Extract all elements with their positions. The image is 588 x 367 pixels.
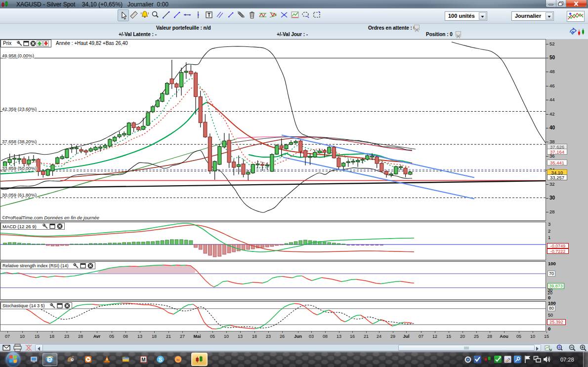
svg-text:42,359 (23,60%): 42,359 (23,60%) — [2, 106, 37, 112]
svg-text:30,059 (61,80%): 30,059 (61,80%) — [2, 192, 37, 198]
svg-text:37,658 (38,20%): 37,658 (38,20%) — [2, 139, 37, 144]
svg-text:S: S — [159, 357, 162, 363]
svg-text:T: T — [208, 12, 210, 18]
svg-text:M: M — [141, 357, 145, 363]
svg-text:49,958 (0,00%): 49,958 (0,00%) — [2, 53, 34, 58]
svg-text:©ProRealTime.com Données en f: ©ProRealTime.com Données en fin de journ… — [2, 215, 99, 220]
svg-text:33,859 (50,00%): 33,859 (50,00%) — [2, 165, 37, 171]
svg-text:tc: tc — [176, 358, 180, 362]
